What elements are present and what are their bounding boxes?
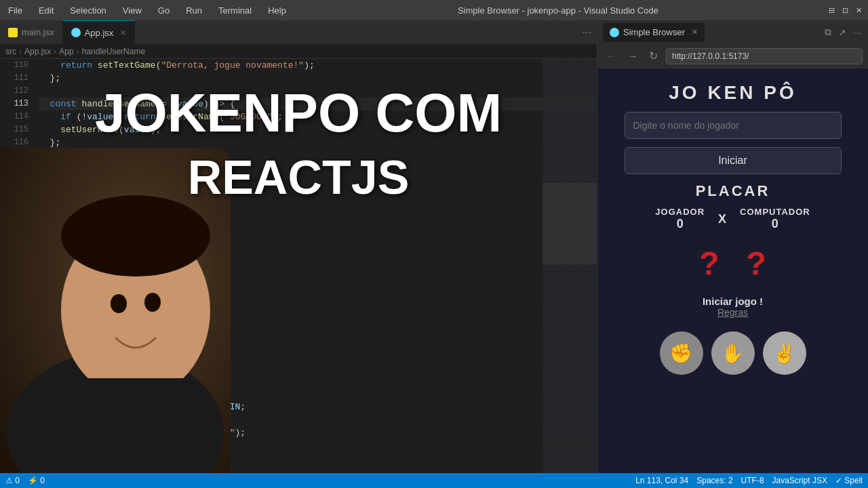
menu-edit[interactable]: Edit [36, 4, 56, 17]
menu-terminal[interactable]: Terminal [216, 4, 254, 17]
breadcrumb: src › App.jsx › App › handleUserName [0, 44, 597, 59]
vs-label: X [718, 212, 726, 226]
browser-tab-simple[interactable]: Simple Browser ✕ [603, 23, 705, 42]
tab-main-label: main.jsx [22, 27, 54, 37]
breadcrumb-handle[interactable]: handleUserName [82, 47, 145, 56]
browser-tabs-bar: Simple Browser ✕ ⧉ ↗ ··· [597, 20, 868, 44]
tab-more-button[interactable]: ··· [577, 20, 597, 44]
code-area[interactable]: 110 111 112 113 114 115 116 117 118 119 … [0, 59, 597, 473]
player-score-block: JOGADOR 0 [655, 207, 705, 231]
status-language[interactable]: JavaScript JSX [772, 476, 827, 485]
player-label: JOGADOR [655, 207, 705, 217]
breadcrumb-src[interactable]: src [5, 47, 16, 56]
player-score-value: 0 [655, 217, 705, 231]
face-overlay [0, 148, 231, 473]
status-encoding[interactable]: UTF-8 [741, 476, 764, 485]
status-spaces[interactable]: Spaces: 2 [696, 476, 732, 485]
scissors-button[interactable]: ✌ [763, 331, 806, 375]
face-image [0, 148, 231, 473]
browser-tab-icon [610, 28, 619, 37]
svg-point-4 [111, 294, 127, 313]
main-area: main.jsx App.jsx ✕ ··· src › App.jsx › A… [0, 20, 868, 473]
game-status: Iniciar jogo ! Regras [703, 296, 763, 318]
split-editor-icon[interactable]: ⧉ [823, 25, 833, 39]
menu-go[interactable]: Go [155, 4, 172, 17]
minimap [542, 59, 597, 473]
more-options-icon[interactable]: ··· [852, 26, 863, 39]
browser-tab-label: Simple Browser [623, 27, 685, 37]
menu-run[interactable]: Run [183, 4, 205, 17]
status-spell[interactable]: ✓ Spell [835, 476, 863, 485]
computer-score-value: 0 [740, 217, 810, 231]
window-controls: ⊟ ⊡ ✕ [827, 6, 863, 14]
start-button[interactable]: Iniciar [625, 147, 842, 174]
browser-tab-close-icon[interactable]: ✕ [692, 28, 698, 37]
window-maximize[interactable]: ⊡ [841, 6, 849, 14]
window-close[interactable]: ✕ [854, 6, 863, 14]
paper-button[interactable]: ✋ [711, 331, 755, 375]
jsx-icon [71, 28, 81, 37]
computer-label: COMPUTADOR [740, 207, 810, 217]
browser-content: JO KEN PÔ Iniciar PLACAR JOGADOR 0 X COM… [597, 68, 868, 473]
player-choice: ? [699, 245, 719, 282]
score-row: JOGADOR 0 X COMPUTADOR 0 [611, 207, 854, 231]
nav-refresh-icon[interactable]: ↻ [646, 48, 660, 64]
window-title: Simple Browser - jokenpo-app - Visual St… [300, 5, 816, 16]
status-right: Ln 113, Col 34 Spaces: 2 UTF-8 JavaScrip… [635, 476, 863, 485]
tab-main-jsx[interactable]: main.jsx [0, 20, 63, 44]
tabs-bar: main.jsx App.jsx ✕ ··· [0, 20, 597, 44]
minimap-content [542, 59, 597, 473]
status-warnings[interactable]: ⚡ 0 [28, 476, 45, 485]
svg-rect-3 [34, 378, 197, 473]
breadcrumb-app-jsx[interactable]: App.jsx [24, 47, 51, 56]
menu-selection[interactable]: Selection [67, 4, 108, 17]
computer-choice: ? [747, 245, 766, 282]
nav-back-icon[interactable]: ← [603, 49, 619, 64]
computer-score-block: COMPUTADOR 0 [740, 207, 810, 231]
menu-bar: File Edit Selection View Go Run Terminal… [0, 0, 868, 20]
tab-close-icon[interactable]: ✕ [120, 28, 126, 37]
browser-controls: ⧉ ↗ ··· [823, 25, 863, 39]
rock-button[interactable]: ✊ [660, 331, 703, 375]
browser-nav: ← → ↻ http://127.0.0.1:5173/ [597, 44, 868, 68]
nav-forward-icon[interactable]: → [625, 49, 641, 64]
game-title: JO KEN PÔ [669, 82, 796, 104]
browser-panel: Simple Browser ✕ ⧉ ↗ ··· ← → ↻ http://12… [597, 20, 868, 473]
window-minimize[interactable]: ⊟ [827, 6, 835, 14]
status-position[interactable]: Ln 113, Col 34 [635, 476, 688, 485]
score-section: PLACAR JOGADOR 0 X COMPUTADOR 0 [611, 182, 854, 231]
tab-app-jsx[interactable]: App.jsx ✕ [63, 20, 136, 44]
menu-help[interactable]: Help [265, 4, 289, 17]
tab-app-label: App.jsx [85, 28, 114, 38]
status-bar: ⚠ 0 ⚡ 0 Ln 113, Col 34 Spaces: 2 UTF-8 J… [0, 473, 868, 488]
address-bar[interactable]: http://127.0.0.1:5173/ [666, 48, 863, 64]
game-status-text: Iniciar jogo ! [703, 296, 763, 307]
breadcrumb-app[interactable]: App [59, 47, 73, 56]
svg-point-5 [144, 293, 161, 312]
rules-link[interactable]: Regras [703, 307, 763, 318]
choice-row: ? ? [699, 245, 766, 282]
status-errors[interactable]: ⚠ 0 [5, 476, 20, 485]
svg-point-2 [61, 195, 210, 277]
menu-view[interactable]: View [120, 4, 144, 17]
js-icon [8, 28, 18, 37]
action-buttons: ✊ ✋ ✌ [660, 331, 806, 375]
editor-panel: main.jsx App.jsx ✕ ··· src › App.jsx › A… [0, 20, 597, 473]
status-left: ⚠ 0 ⚡ 0 [5, 476, 45, 485]
menu-file[interactable]: File [5, 4, 25, 17]
open-external-icon[interactable]: ↗ [837, 26, 848, 39]
score-label: PLACAR [611, 182, 854, 200]
minimap-highlight [542, 183, 597, 264]
player-name-input[interactable] [625, 112, 842, 139]
